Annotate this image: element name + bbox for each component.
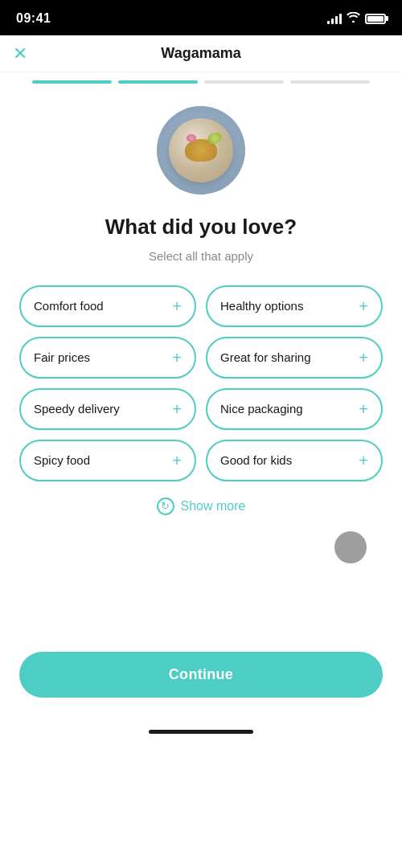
tag-nice-packaging-plus: + <box>359 401 368 417</box>
status-time: 09:41 <box>16 11 51 26</box>
gray-dot <box>334 531 367 563</box>
nav-bar: ✕ Wagamama <box>0 35 402 72</box>
show-more-text: Show more <box>181 499 246 514</box>
tag-speedy-delivery-label: Speedy delivery <box>34 402 120 416</box>
close-button[interactable]: ✕ <box>13 45 27 63</box>
continue-button[interactable]: Continue <box>19 652 383 698</box>
tag-nice-packaging-label: Nice packaging <box>220 402 303 416</box>
progress-step-4 <box>290 80 370 84</box>
tag-spicy-food-plus: + <box>172 452 182 469</box>
tag-great-for-sharing-plus: + <box>359 350 368 366</box>
tag-healthy-options[interactable]: Healthy options + <box>206 285 383 327</box>
progress-step-2 <box>118 80 198 84</box>
nav-title: Wagamama <box>161 45 240 62</box>
battery-icon <box>365 14 386 24</box>
gray-dot-row <box>19 531 383 563</box>
home-indicator <box>0 722 402 745</box>
tag-spicy-food[interactable]: Spicy food + <box>19 440 196 481</box>
show-more-icon <box>157 497 174 515</box>
tag-good-for-kids-label: Good for kids <box>220 453 292 467</box>
tag-spicy-food-label: Spicy food <box>34 453 90 467</box>
bottom-area: Continue <box>0 636 402 722</box>
tag-fair-prices[interactable]: Fair prices + <box>19 337 196 379</box>
tag-comfort-food-label: Comfort food <box>34 299 104 313</box>
tag-good-for-kids-plus: + <box>359 452 368 469</box>
tag-fair-prices-plus: + <box>172 350 182 366</box>
tag-comfort-food[interactable]: Comfort food + <box>19 285 196 327</box>
progress-step-3 <box>204 80 284 84</box>
tag-fair-prices-label: Fair prices <box>34 350 90 364</box>
progress-step-1 <box>32 80 112 84</box>
status-bar: 09:41 <box>0 0 402 35</box>
tag-nice-packaging[interactable]: Nice packaging + <box>206 388 383 430</box>
home-bar <box>149 730 253 734</box>
restaurant-image <box>157 106 245 194</box>
signal-icon <box>327 13 342 24</box>
spacer <box>0 588 402 636</box>
status-icons <box>327 12 386 25</box>
tags-grid: Comfort food + Healthy options + Fair pr… <box>19 285 383 481</box>
question-subtitle: Select all that apply <box>149 249 253 263</box>
tag-comfort-food-plus: + <box>172 298 182 314</box>
show-more-row[interactable]: Show more <box>157 497 246 515</box>
main-content: What did you love? Select all that apply… <box>0 90 402 588</box>
tag-good-for-kids[interactable]: Good for kids + <box>206 440 383 481</box>
tag-speedy-delivery-plus: + <box>172 401 182 417</box>
tag-great-for-sharing-label: Great for sharing <box>220 350 311 364</box>
tag-great-for-sharing[interactable]: Great for sharing + <box>206 337 383 379</box>
question-title: What did you love? <box>105 214 297 241</box>
progress-bar <box>0 72 402 90</box>
tag-healthy-options-label: Healthy options <box>220 299 303 313</box>
tag-healthy-options-plus: + <box>359 298 368 314</box>
tag-speedy-delivery[interactable]: Speedy delivery + <box>19 388 196 430</box>
wifi-icon <box>347 12 360 25</box>
